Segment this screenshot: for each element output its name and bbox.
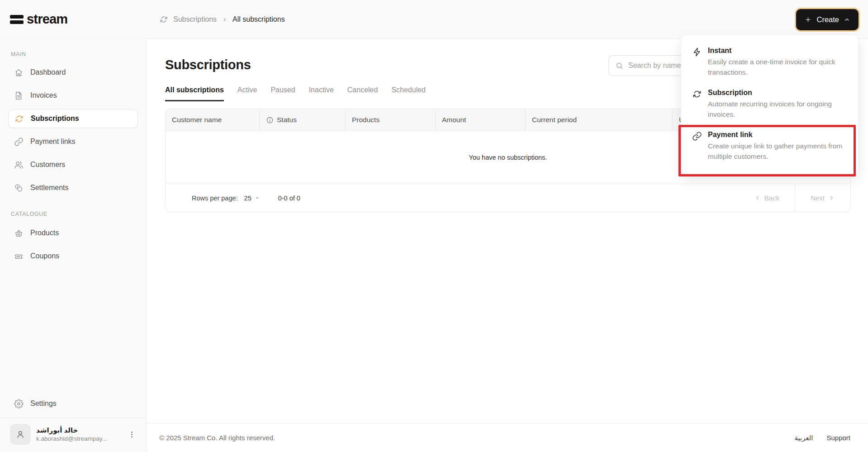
menu-item-text: Payment linkCreate unique link to gather… (708, 131, 847, 162)
chevron-right-icon (222, 17, 228, 23)
caret-down-icon (254, 195, 260, 201)
sidebar-item-label: Products (30, 229, 59, 237)
sidebar-item-label: Settings (30, 400, 57, 408)
user-name: خالد أبوراشد (36, 426, 107, 435)
pagination-left: Rows per page: 25 0-0 of 0 (166, 184, 300, 212)
sidebar-item-label: Customers (30, 161, 65, 169)
brand-logo[interactable]: stream (10, 12, 67, 27)
menu-item-title: Subscription (708, 89, 847, 97)
user-meta: خالد أبوراشد k.aborashid@streampay... (36, 426, 107, 443)
tab-canceled[interactable]: Canceled (347, 86, 378, 101)
chevron-right-icon (828, 195, 835, 201)
column-header-label: Status (277, 116, 297, 124)
column-header-current-period: Current period (525, 109, 672, 131)
tab-scheduled[interactable]: Scheduled (391, 86, 426, 101)
ticket-icon (14, 252, 24, 261)
sidebar-item-dashboard[interactable]: Dashboard (8, 63, 138, 82)
tab-all-subscriptions[interactable]: All subscriptions (165, 86, 224, 101)
footer: © 2025 Stream Co. All rights reserved. ا… (147, 423, 868, 452)
sidebar-item-label: Payment links (30, 138, 76, 146)
info-icon[interactable] (266, 116, 274, 124)
sidebar-item-label: Subscriptions (31, 114, 79, 123)
footer-links: العربية Support (794, 434, 850, 442)
sync-icon (14, 114, 24, 124)
sidebar-item-label: Settlements (30, 184, 68, 192)
column-header-label: Customer name (172, 116, 222, 124)
search-icon (615, 62, 624, 70)
menu-item-description: Easily create a one-time invoice for qui… (708, 57, 847, 78)
tab-paused[interactable]: Paused (270, 86, 295, 101)
brand-logo-icon (10, 15, 24, 24)
next-button-label: Next (811, 194, 825, 202)
rows-per-page-label: Rows per page: (192, 195, 238, 202)
column-header-label: Current period (532, 116, 577, 124)
column-header-label: Products (352, 116, 379, 124)
sidebar-item-products[interactable]: Products (8, 224, 138, 243)
chevron-up-icon (844, 16, 850, 23)
language-link[interactable]: العربية (794, 434, 813, 442)
breadcrumb: Subscriptions All subscriptions (159, 0, 285, 39)
column-header-customer-name: Customer name (166, 109, 259, 131)
sidebar-bottom: Settings خالد أبوراشد k.aborashid@stream… (8, 394, 138, 452)
menu-item-description: Create unique link to gather payments fr… (708, 141, 847, 162)
sidebar-item-settlements[interactable]: Settlements (8, 178, 138, 197)
coins-icon (14, 183, 24, 193)
next-button[interactable]: Next (795, 184, 850, 212)
kebab-menu-icon[interactable] (128, 430, 136, 439)
tab-active[interactable]: Active (237, 86, 257, 101)
sidebar-item-payment-links[interactable]: Payment links (8, 132, 138, 151)
brand-name: stream (27, 12, 67, 27)
breadcrumb-current: All subscriptions (232, 15, 285, 24)
back-button-label: Back (764, 194, 779, 202)
sync-icon (692, 89, 702, 99)
menu-item-title: Instant (708, 47, 847, 55)
sidebar-section-label: MAIN (11, 51, 135, 57)
sidebar-item-customers[interactable]: Customers (8, 155, 138, 174)
column-header-products: Products (345, 109, 435, 131)
sync-icon (159, 15, 168, 24)
pagination-bar: Rows per page: 25 0-0 of 0 Back (166, 184, 850, 212)
sidebar-item-settings[interactable]: Settings (8, 394, 138, 413)
rows-per-page-value: 25 (244, 195, 251, 202)
home-icon (14, 68, 24, 77)
sidebar-item-label: Dashboard (30, 68, 66, 76)
sidebar-item-subscriptions[interactable]: Subscriptions (8, 109, 138, 128)
create-menu-item-subscription[interactable]: SubscriptionAutomate recurring invoices … (692, 89, 847, 120)
avatar (10, 424, 31, 445)
pagination-range: 0-0 of 0 (278, 195, 300, 202)
user-email: k.aborashid@streampay... (36, 435, 107, 443)
create-dropdown-menu: InstantEasily create a one-time invoice … (681, 34, 859, 174)
link-icon (692, 131, 702, 141)
sidebar-section-label: CATALOGUE (11, 211, 135, 217)
column-header-amount: Amount (435, 109, 525, 131)
link-icon (14, 137, 24, 147)
chevron-left-icon (754, 195, 761, 201)
create-button-label: Create (816, 15, 839, 24)
app-root: stream Subscriptions All subscriptions C… (0, 0, 868, 452)
menu-item-title: Payment link (708, 131, 847, 139)
tab-inactive[interactable]: Inactive (309, 86, 334, 101)
lightning-icon (692, 47, 702, 57)
menu-item-text: SubscriptionAutomate recurring invoices … (708, 89, 847, 120)
menu-item-description: Automate recurring invoices for ongoing … (708, 99, 847, 120)
pagination-right: Back Next (739, 184, 850, 212)
sidebar-item-label: Coupons (30, 252, 59, 260)
customers-icon (14, 160, 24, 170)
invoice-icon (14, 91, 24, 100)
user-profile-card[interactable]: خالد أبوراشد k.aborashid@streampay... (8, 418, 138, 452)
basket-icon (14, 228, 24, 238)
create-menu-item-payment-link[interactable]: Payment linkCreate unique link to gather… (692, 131, 847, 162)
rows-per-page-select[interactable]: 25 (244, 195, 260, 202)
sidebar-item-label: Invoices (30, 91, 57, 100)
column-header-status: Status (259, 109, 345, 131)
sidebar-item-invoices[interactable]: Invoices (8, 86, 138, 105)
copyright-text: © 2025 Stream Co. All rights reserved. (159, 434, 275, 442)
person-icon (15, 429, 25, 439)
create-button[interactable]: Create (796, 9, 859, 30)
create-menu-item-instant[interactable]: InstantEasily create a one-time invoice … (692, 47, 847, 78)
breadcrumb-section[interactable]: Subscriptions (173, 15, 217, 24)
support-link[interactable]: Support (826, 434, 850, 442)
back-button[interactable]: Back (739, 184, 795, 212)
sidebar-item-coupons[interactable]: Coupons (8, 247, 138, 266)
top-bar: stream Subscriptions All subscriptions C… (0, 0, 868, 39)
